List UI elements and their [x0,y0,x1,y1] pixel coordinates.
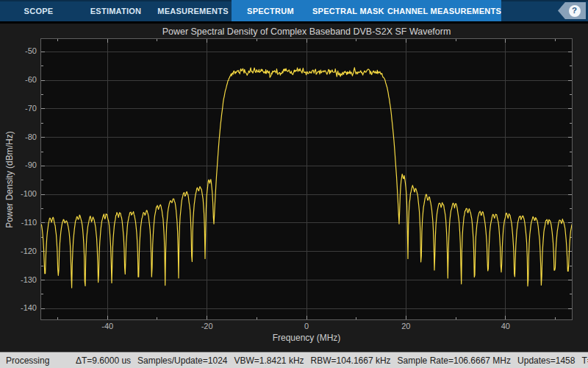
toolstrip-tabbar: SCOPE ESTIMATION MEASUREMENTS SPECTRUM S… [0,0,588,21]
status-metrics: ΔT=9.6000 us Samples/Update=1024 VBW=1.8… [76,355,588,366]
help-button[interactable]: ? [558,2,586,19]
status-rbw: RBW=104.1667 kHz [311,355,391,366]
x-tick-label: 0 [284,322,329,330]
spectrum-analyzer-window: SCOPE ESTIMATION MEASUREMENTS SPECTRUM S… [0,0,588,368]
status-processing: Processing [0,355,76,366]
status-sample-rate: Sample Rate=106.6667 MHz [398,355,511,366]
tab-spectral-mask[interactable]: SPECTRAL MASK [309,0,387,21]
x-tick-label: -20 [185,322,229,330]
plot-panel: Power Spectral Density of Complex Baseba… [0,24,588,352]
status-samples-per-update: Samples/Update=1024 [137,355,227,366]
y-axis-label: Power Density (dBm/Hz) [0,39,19,319]
tab-channel-measurements[interactable]: CHANNEL MEASUREMENTS [387,0,501,21]
tab-estimation[interactable]: ESTIMATION [77,0,154,21]
help-icon: ? [569,5,581,17]
status-updates: Updates=1458 [517,355,575,366]
tabgroup-main: SCOPE ESTIMATION MEASUREMENTS [0,0,232,21]
x-tick-label: -40 [85,322,129,330]
psd-chart [41,39,572,319]
tab-spectrum[interactable]: SPECTRUM [232,0,309,21]
tabgroup-contextual: SPECTRUM SPECTRAL MASK CHANNEL MEASUREME… [232,0,501,21]
tab-measurements[interactable]: MEASUREMENTS [154,0,232,21]
x-axis-label: Frequency (MHz) [41,333,572,343]
tab-scope[interactable]: SCOPE [0,0,77,21]
x-tick-label: 40 [484,322,528,330]
x-tick-label: 20 [384,322,428,330]
plot-area[interactable] [41,39,572,319]
status-vbw: VBW=1.8421 kHz [234,355,304,366]
status-time: T=0.0 [581,355,588,366]
grid-lines [41,39,572,319]
status-delta-t: ΔT=9.6000 us [76,355,131,366]
status-bar: Processing ΔT=9.6000 us Samples/Update=1… [0,352,588,368]
plot-title: Power Spectral Density of Complex Baseba… [41,26,572,37]
